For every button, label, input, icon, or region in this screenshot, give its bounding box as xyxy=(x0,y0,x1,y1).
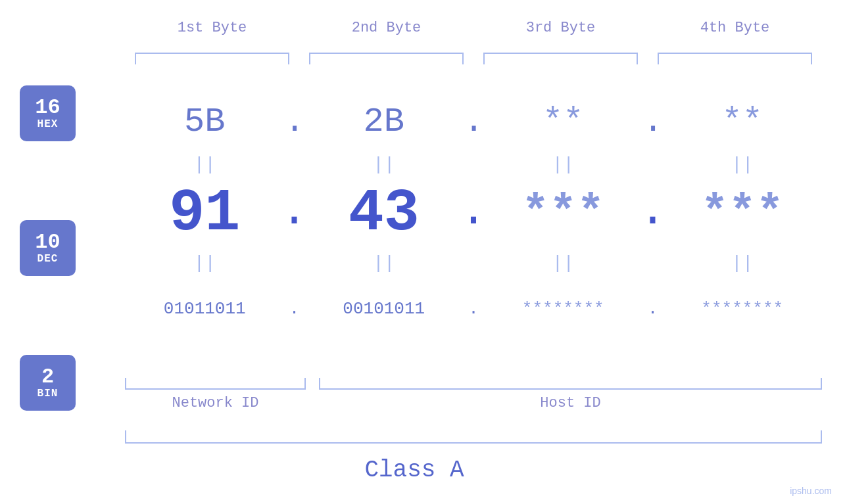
hex-row: 5B . 2B . ** . ** xyxy=(125,92,822,151)
hex-dot2: . xyxy=(464,103,483,141)
network-id-label: Network ID xyxy=(125,395,306,411)
bin-dot2: . xyxy=(464,299,483,319)
bin-number: 2 xyxy=(41,367,54,388)
dec-byte4: *** xyxy=(663,191,823,237)
eq2-byte1: || xyxy=(125,253,285,273)
bin-label: BIN xyxy=(37,388,59,400)
id-labels: Network ID Host ID xyxy=(125,395,822,411)
byte3-header: 3rd Byte xyxy=(473,20,648,36)
eq2-byte4: || xyxy=(663,253,823,273)
hex-dot1: . xyxy=(285,103,304,141)
eq1-byte4: || xyxy=(663,154,823,175)
dec-label: DEC xyxy=(37,253,59,265)
dec-byte1: 91 xyxy=(125,184,285,243)
id-brackets xyxy=(125,378,822,390)
dec-dot3: . xyxy=(643,185,663,242)
hex-byte3: ** xyxy=(483,103,643,141)
hex-byte1: 5B xyxy=(125,103,285,141)
top-brackets xyxy=(125,53,822,64)
class-label: Class A xyxy=(0,457,829,484)
hex-dot3: . xyxy=(643,103,663,141)
bin-byte3: ******** xyxy=(483,299,643,319)
byte1-header: 1st Byte xyxy=(125,20,299,36)
dec-dot1: . xyxy=(285,185,304,242)
bracket-byte2 xyxy=(309,53,464,64)
bracket-byte3 xyxy=(483,53,638,64)
hex-byte2: 2B xyxy=(304,103,464,141)
bracket-byte4 xyxy=(658,53,812,64)
eq2-byte2: || xyxy=(304,253,464,273)
watermark: ipshu.com xyxy=(790,486,832,496)
eq-row-2: || || || || xyxy=(125,250,822,276)
byte4-header: 4th Byte xyxy=(648,20,822,36)
host-id-label: Host ID xyxy=(319,395,822,411)
host-id-bracket xyxy=(319,378,822,390)
eq1-byte1: || xyxy=(125,154,285,175)
bin-dot3: . xyxy=(643,299,663,319)
dec-dot2: . xyxy=(464,185,483,242)
bin-badge: 2 BIN xyxy=(20,355,76,411)
eq1-byte3: || xyxy=(483,154,643,175)
class-bracket xyxy=(125,430,822,444)
network-id-bracket xyxy=(125,378,306,390)
hex-badge: 16 HEX xyxy=(20,85,76,141)
eq2-byte3: || xyxy=(483,253,643,273)
dec-number: 10 xyxy=(35,232,60,253)
hex-byte4: ** xyxy=(663,103,823,141)
dec-byte3: *** xyxy=(483,191,643,237)
bracket-byte1 xyxy=(135,53,289,64)
main-container: 1st Byte 2nd Byte 3rd Byte 4th Byte 16 H… xyxy=(0,0,845,504)
rows-area: 5B . 2B . ** . ** || || || || 91 . 43 xyxy=(125,72,822,335)
eq1-byte2: || xyxy=(304,154,464,175)
byte-headers: 1st Byte 2nd Byte 3rd Byte 4th Byte xyxy=(125,20,822,36)
bin-row: 01011011 . 00101011 . ******** . *******… xyxy=(125,283,822,335)
hex-label: HEX xyxy=(37,118,59,130)
base-badges: 16 HEX 10 DEC 2 BIN xyxy=(20,85,76,411)
hex-number: 16 xyxy=(35,97,60,118)
dec-badge: 10 DEC xyxy=(20,220,76,276)
bin-byte4: ******** xyxy=(663,299,823,319)
bin-byte1: 01011011 xyxy=(125,299,285,319)
id-bracket-area: Network ID Host ID xyxy=(125,378,822,411)
bin-byte2: 00101011 xyxy=(304,299,464,319)
eq-row-1: || || || || xyxy=(125,151,822,177)
bin-dot1: . xyxy=(285,299,304,319)
dec-byte2: 43 xyxy=(304,184,464,243)
byte2-header: 2nd Byte xyxy=(299,20,473,36)
dec-row: 91 . 43 . *** . *** xyxy=(125,177,822,250)
